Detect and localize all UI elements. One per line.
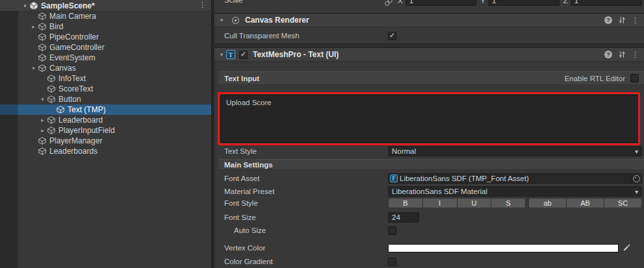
cube-icon	[38, 64, 47, 73]
foldout-arrow-icon[interactable]	[21, 3, 29, 9]
font-asset-row: Font Asset F LiberationSans SDF (TMP_Fon…	[214, 173, 644, 184]
item-label: InfoText	[58, 74, 86, 83]
item-label: Text (TMP)	[68, 105, 106, 114]
hierarchy-item-pipecontroller[interactable]: PipeController	[0, 32, 211, 42]
cull-transparent-mesh-checkbox[interactable]	[388, 32, 396, 40]
strikethrough-button[interactable]: S	[491, 198, 526, 208]
auto-size-checkbox[interactable]	[388, 226, 396, 235]
font-size-label: Font Size	[214, 213, 388, 221]
hierarchy-item-canvas[interactable]: Canvas	[0, 63, 211, 73]
cull-transparent-mesh-row: Cull Transparent Mesh	[214, 30, 644, 42]
uppercase-button[interactable]: AB	[567, 198, 604, 208]
hierarchy-item-leaderboard[interactable]: Leaderboard	[0, 115, 211, 125]
hierarchy-item-eventsystem[interactable]: EventSystem	[0, 53, 211, 63]
cube-icon	[38, 147, 47, 156]
foldout-arrow-icon[interactable]	[29, 65, 38, 71]
cube-icon	[47, 126, 56, 135]
material-preset-dropdown[interactable]: LiberationSans SDF Material	[388, 186, 642, 197]
inspector-panel: Scale X1 Y1 Z1 Canvas Renderer Cull Tran…	[214, 0, 644, 268]
bold-button[interactable]: B	[388, 198, 423, 208]
hierarchy-item-infotext[interactable]: InfoText	[0, 73, 211, 84]
kebab-menu-icon[interactable]	[632, 51, 639, 59]
kebab-menu-icon[interactable]	[632, 16, 639, 25]
dropdown-arrow-icon	[635, 147, 638, 155]
scene-kebab-menu-icon[interactable]	[199, 1, 206, 9]
scene-header-sample-scene[interactable]: SampleScene*	[0, 0, 211, 12]
scale-link-icon[interactable]	[385, 0, 393, 8]
text-style-dropdown[interactable]: Normal	[388, 146, 642, 156]
component-title: Canvas Renderer	[245, 16, 309, 25]
hierarchy-item-text-tmp[interactable]: Text (TMP)	[0, 104, 211, 115]
text-style-value: Normal	[392, 147, 416, 155]
help-icon[interactable]	[604, 51, 612, 58]
color-gradient-row: Color Gradient	[214, 256, 644, 267]
scene-icon	[29, 1, 38, 10]
foldout-arrow-icon[interactable]	[38, 117, 47, 123]
hierarchy-item-leaderboards[interactable]: Leaderboards	[0, 146, 211, 156]
color-gradient-checkbox[interactable]	[388, 258, 396, 266]
item-label: Main Camera	[49, 12, 96, 21]
unity-editor: SampleScene* Main Camera Bird PipeContro…	[0, 0, 644, 268]
hierarchy-item-bird[interactable]: Bird	[0, 21, 211, 32]
item-label: PipeController	[49, 32, 99, 42]
material-preset-row: Material Preset LiberationSans SDF Mater…	[214, 186, 644, 197]
auto-size-row: Auto Size	[214, 225, 644, 236]
cube-icon	[38, 32, 47, 42]
axis-y-label: Y	[480, 0, 485, 5]
item-label: Leaderboards	[49, 147, 97, 156]
canvas-renderer-header[interactable]: Canvas Renderer	[214, 13, 644, 27]
cube-icon	[56, 105, 65, 114]
hierarchy-item-button[interactable]: Button	[0, 94, 211, 104]
textmeshpro-icon: T	[226, 50, 235, 59]
textmeshpro-header[interactable]: T TextMeshPro - Text (UI)	[214, 47, 644, 62]
presets-icon[interactable]	[618, 16, 626, 24]
cube-icon	[38, 136, 47, 145]
vertex-color-swatch[interactable]	[388, 244, 619, 252]
canvas-renderer-icon	[231, 16, 240, 25]
smallcaps-button[interactable]: SC	[604, 198, 642, 208]
cube-icon	[47, 116, 56, 125]
hierarchy-item-playermanager[interactable]: PlayerManager	[0, 136, 211, 146]
cube-icon	[38, 53, 47, 62]
eyedropper-icon[interactable]	[623, 244, 630, 252]
font-asset-object-field[interactable]: F LiberationSans SDF (TMP_Font Asset)	[388, 173, 642, 184]
text-input-section-bar[interactable]: Text Input Enable RTL Editor	[218, 71, 644, 85]
foldout-arrow-icon[interactable]	[217, 17, 226, 23]
material-preset-value: LiberationSans SDF Material	[392, 188, 487, 195]
scale-x-input[interactable]: 1	[406, 0, 477, 6]
cube-icon	[47, 95, 56, 104]
component-enabled-checkbox[interactable]	[239, 51, 248, 59]
auto-size-label: Auto Size	[214, 226, 388, 234]
scene-name-label: SampleScene*	[41, 1, 95, 10]
italic-button[interactable]: I	[423, 198, 457, 208]
axis-z-label: Z	[563, 0, 568, 5]
hierarchy-item-main-camera[interactable]: Main Camera	[0, 11, 211, 21]
main-settings-section-bar[interactable]: Main Settings	[218, 159, 644, 170]
scale-label: Scale	[224, 0, 243, 4]
item-label: Canvas	[49, 64, 76, 73]
scale-z-input[interactable]: 1	[571, 0, 642, 6]
foldout-arrow-icon[interactable]	[29, 23, 38, 30]
cube-icon	[47, 74, 56, 83]
text-input-textarea[interactable]: Upload Score	[220, 95, 639, 143]
hierarchy-item-gamecontroller[interactable]: GameController	[0, 42, 211, 53]
lowercase-button[interactable]: ab	[528, 198, 567, 208]
foldout-arrow-icon[interactable]	[217, 51, 226, 58]
object-picker-icon[interactable]	[631, 173, 641, 184]
underline-button[interactable]: U	[457, 198, 492, 208]
cube-icon	[38, 12, 47, 21]
font-size-input[interactable]: 24	[388, 212, 419, 223]
item-label: Button	[58, 95, 81, 104]
hierarchy-item-playerinputfield[interactable]: PlayerInputField	[0, 125, 211, 136]
item-label: Bird	[49, 22, 63, 31]
foldout-arrow-icon[interactable]	[38, 127, 47, 134]
vertex-color-row: Vertex Color	[214, 243, 644, 253]
help-icon[interactable]	[604, 16, 612, 24]
item-label: Leaderboard	[58, 116, 103, 125]
presets-icon[interactable]	[618, 51, 626, 58]
foldout-arrow-icon[interactable]	[38, 96, 47, 103]
hierarchy-item-scoretext[interactable]: ScoreText	[0, 84, 211, 94]
enable-rtl-editor-checkbox[interactable]	[630, 74, 639, 82]
item-label: GameController	[49, 43, 105, 52]
scale-y-input[interactable]: 1	[488, 0, 560, 6]
